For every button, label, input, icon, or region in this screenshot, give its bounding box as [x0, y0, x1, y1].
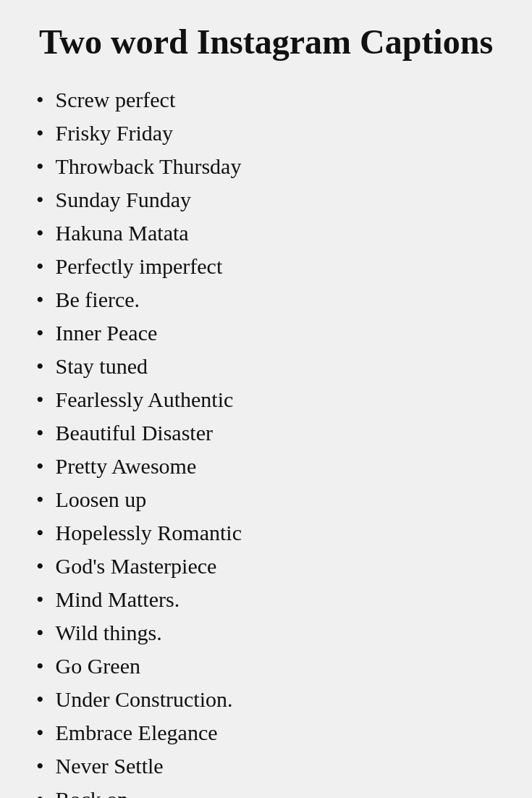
list-item: Wild things. — [36, 616, 496, 650]
list-item: Fearlessly Authentic — [36, 383, 496, 416]
list-item: Be fierce. — [36, 283, 496, 316]
captions-list: Screw perfectFrisky FridayThrowback Thur… — [36, 83, 496, 798]
list-item: Embrace Elegance — [36, 716, 496, 749]
list-item: Throwback Thursday — [36, 150, 496, 183]
list-item: Stay tuned — [36, 350, 496, 383]
list-item: Sunday Funday — [36, 183, 496, 217]
list-item: Frisky Friday — [36, 117, 496, 150]
list-item: Under Construction. — [36, 683, 496, 716]
list-item: Loosen up — [36, 483, 496, 516]
list-item: God's Masterpiece — [36, 550, 496, 583]
list-item: Hakuna Matata — [36, 217, 496, 250]
list-item: Pretty Awesome — [36, 450, 496, 483]
list-item: Go Green — [36, 650, 496, 683]
list-item: Perfectly imperfect — [36, 250, 496, 283]
list-item: Mind Matters. — [36, 583, 496, 616]
page-title: Two word Instagram Captions — [36, 22, 496, 62]
list-item: Hopelessly Romantic — [36, 516, 496, 550]
list-item: Screw perfect — [36, 83, 496, 117]
list-item: Beautiful Disaster — [36, 416, 496, 450]
list-item: Never Settle — [36, 749, 496, 783]
list-item: Rock on — [36, 783, 496, 798]
list-item: Inner Peace — [36, 316, 496, 350]
